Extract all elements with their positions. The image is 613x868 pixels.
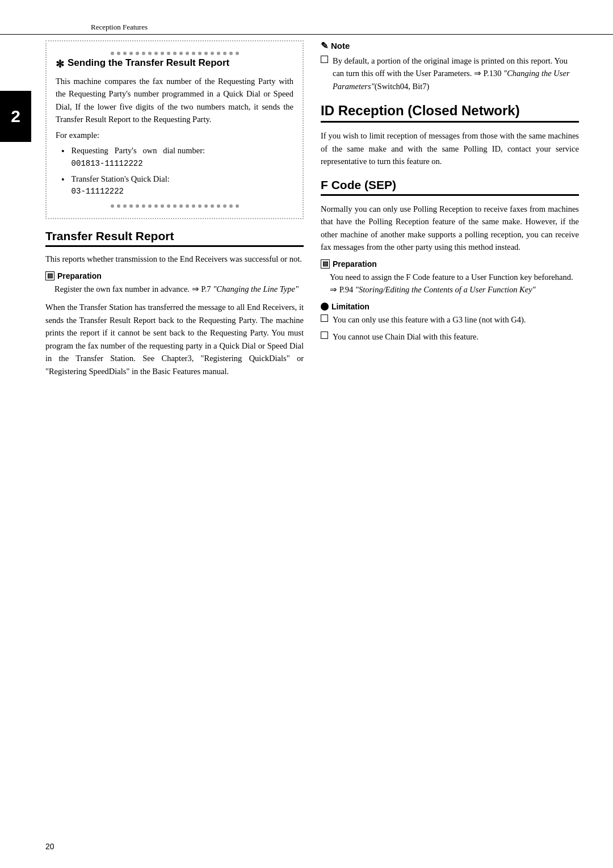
- chapter-tab: 2: [0, 91, 31, 142]
- checkbox-sq-2: [321, 332, 328, 339]
- dot: [148, 52, 152, 55]
- dot: [154, 52, 158, 55]
- chapter-number: 2: [11, 107, 20, 126]
- limitation-item-1: You can only use this feature with a G3 …: [321, 313, 579, 326]
- dot: [236, 204, 239, 208]
- transfer-body2: When the Transfer Station has transferre…: [45, 301, 304, 378]
- dot: [211, 52, 214, 55]
- sending-body: This machine compares the fax number of …: [56, 75, 293, 126]
- dot: [142, 52, 145, 55]
- header-text: Reception Features: [91, 23, 148, 31]
- dot: [173, 52, 177, 55]
- f-code-section: F Code (SEP) Normally you can only use P…: [321, 178, 579, 343]
- dot: [204, 52, 208, 55]
- note-section: ✎ Note By default, a portion of the orig…: [321, 40, 579, 93]
- bullet-item-1-label: Requesting Party's own dial number:: [72, 146, 205, 155]
- dot: [117, 204, 120, 208]
- dial-number-1: 001813-11112222: [72, 159, 143, 168]
- sun-icon: ✻: [56, 58, 64, 70]
- dot: [198, 52, 201, 55]
- dot: [161, 204, 164, 208]
- dotted-row-top: [56, 49, 293, 57]
- dot: [167, 52, 170, 55]
- dot: [111, 204, 114, 208]
- id-reception-body: If you wish to limit reception of messag…: [321, 129, 579, 167]
- dotted-box-sending: ✻ Sending the Transfer Result Report Thi…: [45, 40, 304, 219]
- dot: [179, 52, 183, 55]
- dial-number-2: 03-11112222: [72, 187, 124, 196]
- dot: [129, 204, 133, 208]
- dot: [148, 204, 152, 208]
- id-reception-title: ID Reception (Closed Network): [321, 103, 579, 123]
- f-code-body1: Normally you can only use Polling Recept…: [321, 203, 579, 254]
- bullet-item-1-content: Requesting Party's own dial number: 0018…: [72, 145, 205, 170]
- dot: [142, 204, 145, 208]
- dot: [223, 204, 226, 208]
- note-checkbox-item-1: By default, a portion of the original im…: [321, 54, 579, 93]
- right-column: ✎ Note By default, a portion of the orig…: [321, 40, 579, 378]
- header-bar: Reception Features: [0, 23, 613, 35]
- dot: [136, 204, 139, 208]
- transfer-body1: This reports whether transmission to the…: [45, 253, 304, 265]
- prep-label-right: ▤ Preparation: [321, 259, 579, 269]
- bullet-item-2-content: Transfer Station's Quick Dial: 03-111122…: [72, 173, 170, 198]
- dot: [217, 52, 220, 55]
- prep-icon-left: ▤: [45, 271, 54, 280]
- sending-title: ✻ Sending the Transfer Result Report: [56, 57, 293, 70]
- transfer-result-heading: Transfer Result Report: [45, 229, 304, 247]
- dot: [192, 52, 195, 55]
- main-content: ✻ Sending the Transfer Result Report Thi…: [0, 35, 613, 400]
- dot: [167, 204, 170, 208]
- limitation-label: Limitation: [321, 302, 579, 311]
- dot: [111, 52, 114, 55]
- f-code-title: F Code (SEP): [321, 178, 579, 196]
- dot: [117, 52, 120, 55]
- limitation-text-1: You can only use this feature with a G3 …: [333, 313, 526, 326]
- transfer-result-title: Transfer Result Report: [45, 229, 174, 242]
- dot: [198, 204, 201, 208]
- checkbox-sq: [321, 56, 328, 63]
- dot: [129, 52, 133, 55]
- note-icon: ✎: [321, 40, 328, 51]
- prep-icon-right: ▤: [321, 259, 330, 269]
- limitation-checkbox-list: You can only use this feature with a G3 …: [321, 313, 579, 343]
- bullet-item-2-label: Transfer Station's Quick Dial:: [72, 174, 170, 183]
- prep-text-right: Preparation: [333, 259, 377, 269]
- prep-body-left: Register the own fax number in advance. …: [54, 283, 304, 295]
- dot: [186, 52, 189, 55]
- dot: [173, 204, 177, 208]
- dot: [229, 204, 233, 208]
- dot: [223, 52, 226, 55]
- prep-text-left: Preparation: [57, 271, 102, 280]
- dot: [217, 204, 220, 208]
- prep-label-left: ▤ Preparation: [45, 271, 304, 280]
- dotted-row-bottom: [56, 202, 293, 210]
- dot: [236, 52, 239, 55]
- note-label: ✎ Note: [321, 40, 579, 51]
- for-example-label: For example:: [56, 131, 293, 140]
- dot: [179, 204, 183, 208]
- dot: [192, 204, 195, 208]
- limitation-item-2: You cannot use Chain Dial with this feat…: [321, 330, 579, 343]
- dot: [136, 52, 139, 55]
- id-reception-section: ID Reception (Closed Network) If you wis…: [321, 103, 579, 167]
- dot: [204, 204, 208, 208]
- page-number: 20: [45, 842, 54, 851]
- note-checkbox-list: By default, a portion of the original im…: [321, 54, 579, 93]
- dot: [161, 52, 164, 55]
- page: Reception Features 2: [0, 0, 613, 868]
- checkbox-sq-1: [321, 315, 328, 322]
- note-item-text: By default, a portion of the original im…: [333, 54, 579, 93]
- dot: [123, 204, 127, 208]
- dot: [123, 52, 127, 55]
- dot: [186, 204, 189, 208]
- dot: [154, 204, 158, 208]
- bullet-item-2: Transfer Station's Quick Dial: 03-111122…: [61, 173, 293, 198]
- prep-body-right: You need to assign the F Code feature to…: [330, 271, 579, 296]
- dot: [211, 204, 214, 208]
- bullet-list: Requesting Party's own dial number: 0018…: [61, 145, 293, 198]
- dot: [229, 52, 233, 55]
- black-circle-icon: [321, 303, 329, 311]
- left-column: ✻ Sending the Transfer Result Report Thi…: [45, 40, 304, 378]
- limitation-text-2: You cannot use Chain Dial with this feat…: [333, 330, 478, 343]
